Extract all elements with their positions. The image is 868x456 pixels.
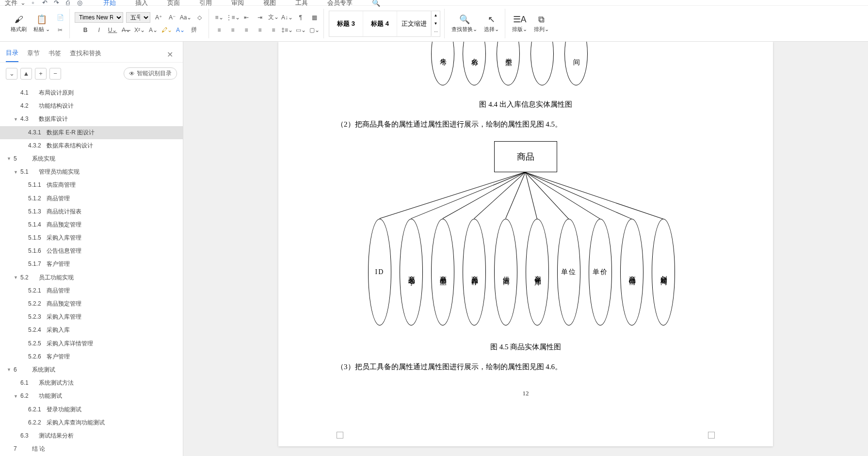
print-icon[interactable]: ⎙	[64, 0, 72, 7]
add-button[interactable]: +	[35, 68, 47, 80]
preview-icon[interactable]: ◎	[75, 0, 84, 7]
redo-icon[interactable]: ↷	[52, 0, 61, 7]
sidebar-tab-sections[interactable]: 章节	[27, 47, 40, 62]
tab-page[interactable]: 页面	[167, 0, 180, 7]
toc-item[interactable]: 5.2.2商品预定管理	[0, 297, 183, 310]
toc-item[interactable]: 4.2功能结构设计	[0, 99, 183, 113]
style-body-indent[interactable]: 正文缩进	[397, 11, 431, 36]
toc-item[interactable]: ▼5系统实现	[0, 152, 183, 165]
format-painter-button[interactable]: 🖌 格式刷	[9, 13, 29, 35]
toc-item[interactable]: 5.1.6公告信息管理	[0, 244, 183, 258]
collapse-button[interactable]: ⌄	[6, 68, 17, 80]
toc-item[interactable]: ▼6.2功能测试	[0, 390, 183, 403]
close-icon[interactable]: ✕	[163, 48, 177, 61]
toc-item[interactable]: 6.2.1登录功能测试	[0, 403, 183, 416]
style-up-icon[interactable]: ▲	[431, 11, 440, 19]
toc-item[interactable]: 7结 论	[0, 442, 183, 456]
decrease-indent-icon[interactable]: ⇤	[241, 12, 252, 23]
cut-icon[interactable]: ✂	[55, 25, 65, 35]
font-color-button[interactable]: A⌄	[175, 25, 186, 35]
save-icon[interactable]: ▫	[29, 0, 37, 7]
toc-item[interactable]: 4.3.2数据库表结构设计	[0, 139, 183, 152]
toc-item[interactable]: 5.2.5采购入库详情管理	[0, 337, 183, 350]
tab-view[interactable]: 视图	[263, 0, 276, 7]
toc-item[interactable]: 5.2.3采购入库管理	[0, 310, 183, 324]
align-center-icon[interactable]: ≡	[227, 25, 238, 35]
toc-item[interactable]: 6.3测试结果分析	[0, 429, 183, 442]
tab-vip[interactable]: 会员专享	[327, 0, 353, 7]
tab-tools[interactable]: 工具	[295, 0, 308, 7]
align-right-icon[interactable]: ≡	[241, 25, 252, 35]
phonetic-button[interactable]: 拼	[189, 25, 199, 35]
increase-font-icon[interactable]: A⁺	[153, 12, 164, 23]
toc-item[interactable]: 5.1.2商品管理	[0, 192, 183, 205]
layout-button[interactable]: ☰A 排版⌄	[510, 12, 529, 35]
justify-icon[interactable]: ≡	[255, 25, 265, 35]
border-icon[interactable]: ▢⌄	[309, 25, 320, 35]
file-menu[interactable]: 文件	[5, 0, 17, 7]
search-icon[interactable]: 🔍	[372, 0, 380, 7]
change-case-icon[interactable]: Aa⌄	[180, 12, 191, 23]
toc-item[interactable]: 5.1.4商品预定管理	[0, 218, 183, 231]
toc-item[interactable]: 5.1.5采购入库管理	[0, 231, 183, 244]
line-spacing-icon[interactable]: ‡≡⌄	[282, 25, 292, 35]
borders-icon[interactable]: ▦	[309, 12, 320, 23]
text-effects-button[interactable]: A⌄	[148, 25, 159, 35]
tab-reference[interactable]: 引用	[199, 0, 212, 7]
para-mark-icon[interactable]: ¶	[295, 12, 306, 23]
style-heading4[interactable]: 标题 4	[363, 11, 397, 36]
superscript-button[interactable]: X²⌄	[134, 25, 145, 35]
document-area[interactable]: 水号名称类型间 图 4.4 出入库信息实体属性图 （2）把商品具备的属性通过属性…	[183, 42, 868, 456]
sidebar-tab-find[interactable]: 查找和替换	[70, 47, 101, 62]
increase-indent-icon[interactable]: ⇥	[255, 12, 265, 23]
select-button[interactable]: ↖ 选择⌄	[482, 12, 501, 35]
clear-format-icon[interactable]: ◇	[194, 12, 205, 23]
sidebar-tab-toc[interactable]: 目录	[6, 47, 18, 62]
number-list-icon[interactable]: ⋮≡⌄	[227, 12, 238, 23]
toc-item[interactable]: 5.2.6客户管理	[0, 350, 183, 363]
style-gallery[interactable]: 标题 3 标题 4 正文缩进 ▲ ▼ ⋯	[329, 11, 440, 37]
toc-item[interactable]: 6.2.2采购入库查询功能测试	[0, 416, 183, 429]
tab-insert[interactable]: 插入	[135, 0, 148, 7]
italic-button[interactable]: I	[94, 25, 104, 35]
decrease-font-icon[interactable]: A⁻	[167, 12, 177, 23]
tab-review[interactable]: 审阅	[231, 0, 244, 7]
toc-item[interactable]: ▼5.1管理员功能实现	[0, 165, 183, 179]
promote-button[interactable]: ▲	[20, 68, 32, 80]
copy-icon[interactable]: 📄	[55, 12, 65, 23]
toc-item[interactable]: ▼6系统测试	[0, 363, 183, 376]
font-name-select[interactable]: Times New Roma	[75, 12, 123, 23]
toc-item[interactable]: 4.3.1数据库 E-R 图设计	[0, 126, 183, 139]
bullet-list-icon[interactable]: ≡⌄	[214, 12, 225, 23]
undo-icon[interactable]: ↶	[40, 0, 49, 7]
find-replace-button[interactable]: 🔍 查找替换⌄	[450, 12, 479, 35]
toc-item[interactable]: 5.2.4采购入库	[0, 324, 183, 337]
toc-item[interactable]: 5.1.3商品统计报表	[0, 205, 183, 218]
toc-item[interactable]: 5.1.1供应商管理	[0, 179, 183, 192]
distribute-icon[interactable]: ≡	[268, 25, 279, 35]
smart-toc-button[interactable]: 👁 智能识别目录	[124, 67, 177, 80]
highlight-button[interactable]: 🖍⌄	[161, 25, 172, 35]
toc-item[interactable]: 5.2.1商品管理	[0, 284, 183, 297]
align-left-icon[interactable]: ≡	[214, 25, 225, 35]
toc-item[interactable]: 4.1布局设计原则	[0, 86, 183, 99]
toc-item[interactable]: 6.1系统测试方法	[0, 376, 183, 390]
sidebar-tab-bookmarks[interactable]: 书签	[48, 47, 61, 62]
toc-item[interactable]: 5.1.7客户管理	[0, 258, 183, 271]
tab-start[interactable]: 开始	[103, 0, 116, 7]
paste-button[interactable]: 📋 粘贴 ⌄	[32, 12, 52, 35]
toc-item[interactable]: ▼4.3数据库设计	[0, 113, 183, 126]
style-more-icon[interactable]: ⋯	[431, 28, 440, 36]
strike-button[interactable]: A⌄	[121, 25, 131, 35]
font-size-select[interactable]: 五号	[126, 12, 150, 23]
remove-button[interactable]: −	[49, 68, 61, 80]
text-direction-icon[interactable]: 文⌄	[268, 12, 279, 23]
arrange-button[interactable]: ⧉ 排列⌄	[532, 13, 551, 35]
bold-button[interactable]: B	[80, 25, 91, 35]
underline-button[interactable]: U⌄	[107, 25, 118, 35]
shading-icon[interactable]: ▭⌄	[295, 25, 306, 35]
chevron-down-icon[interactable]: ⌄	[20, 0, 26, 6]
sort-icon[interactable]: A↓⌄	[282, 12, 292, 23]
style-down-icon[interactable]: ▼	[431, 19, 440, 28]
toc-item[interactable]: ▼5.2员工功能实现	[0, 271, 183, 284]
